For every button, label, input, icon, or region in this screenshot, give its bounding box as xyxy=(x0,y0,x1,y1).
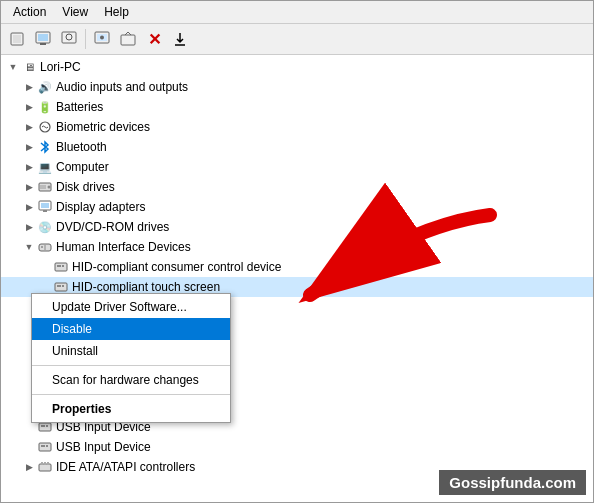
list-item[interactable]: ▼ Human Interface Devices xyxy=(1,237,593,257)
toolbar-btn4[interactable] xyxy=(90,27,114,51)
svg-rect-3 xyxy=(38,34,48,41)
biometric-label: Biometric devices xyxy=(56,120,150,134)
main-content: ▼ 🖥 Lori-PC ▶ 🔊 Audio inputs and outputs… xyxy=(1,55,593,502)
root-label: Lori-PC xyxy=(40,60,81,74)
batteries-icon: 🔋 xyxy=(37,99,53,115)
svg-rect-1 xyxy=(13,35,21,43)
context-sep2 xyxy=(32,394,230,395)
toolbar-back[interactable] xyxy=(5,27,29,51)
list-item[interactable]: ▶ Disk drives xyxy=(1,177,593,197)
context-menu: Update Driver Software... Disable Uninst… xyxy=(31,293,231,423)
svg-point-6 xyxy=(66,34,72,40)
hid-touch-label: HID-compliant touch screen xyxy=(72,280,220,294)
expand-batteries[interactable]: ▶ xyxy=(21,99,37,115)
svg-rect-36 xyxy=(44,462,46,465)
menu-action[interactable]: Action xyxy=(5,3,54,21)
svg-point-14 xyxy=(48,186,51,189)
expand-hid[interactable]: ▼ xyxy=(21,239,37,255)
svg-rect-37 xyxy=(47,462,49,465)
computer-icon: 🖥 xyxy=(21,59,37,75)
svg-rect-17 xyxy=(41,203,49,208)
list-item[interactable]: ▶ Bluetooth xyxy=(1,137,593,157)
list-item[interactable]: ▶ 💿 DVD/CD-ROM drives xyxy=(1,217,593,237)
toolbar-sep1 xyxy=(85,29,86,49)
hid-consumer-icon xyxy=(53,259,69,275)
expand-bluetooth[interactable]: ▶ xyxy=(21,139,37,155)
expand-biometric[interactable]: ▶ xyxy=(21,119,37,135)
expand-root[interactable]: ▼ xyxy=(5,59,21,75)
ide-label: IDE ATA/ATAPI controllers xyxy=(56,460,195,474)
audio-icon: 🔊 xyxy=(37,79,53,95)
toolbar-download[interactable] xyxy=(168,27,192,51)
context-update[interactable]: Update Driver Software... xyxy=(32,296,230,318)
svg-rect-18 xyxy=(43,210,47,212)
svg-rect-35 xyxy=(41,462,43,465)
svg-rect-29 xyxy=(41,425,45,427)
biometric-icon xyxy=(37,119,53,135)
computer-icon2: 💻 xyxy=(37,159,53,175)
ide-icon xyxy=(37,459,53,475)
display-label: Display adapters xyxy=(56,200,145,214)
dvd-icon: 💿 xyxy=(37,219,53,235)
context-disable[interactable]: Disable xyxy=(32,318,230,340)
expand-computer[interactable]: ▶ xyxy=(21,159,37,175)
expand-dvd[interactable]: ▶ xyxy=(21,219,37,235)
device-manager-window: Action View Help ✕ ▼ 🖥 xyxy=(0,0,594,503)
usb2-icon xyxy=(37,439,53,455)
svg-rect-10 xyxy=(121,35,135,45)
menu-help[interactable]: Help xyxy=(96,3,137,21)
svg-rect-32 xyxy=(41,445,45,447)
list-item[interactable]: ▶ 🔊 Audio inputs and outputs xyxy=(1,77,593,97)
menu-view[interactable]: View xyxy=(54,3,96,21)
disk-label: Disk drives xyxy=(56,180,115,194)
list-item[interactable]: ▶ 💻 Computer xyxy=(1,157,593,177)
svg-rect-4 xyxy=(40,43,46,45)
context-sep1 xyxy=(32,365,230,366)
disk-icon xyxy=(37,179,53,195)
svg-rect-15 xyxy=(40,185,46,189)
svg-rect-30 xyxy=(46,425,48,427)
expand-display[interactable]: ▶ xyxy=(21,199,37,215)
svg-point-21 xyxy=(41,246,43,248)
svg-rect-33 xyxy=(46,445,48,447)
bluetooth-icon xyxy=(37,139,53,155)
context-scan[interactable]: Scan for hardware changes xyxy=(32,369,230,391)
list-item[interactable]: USB Input Device xyxy=(1,437,593,457)
expand-audio[interactable]: ▶ xyxy=(21,79,37,95)
svg-rect-26 xyxy=(57,285,61,287)
tree-root[interactable]: ▼ 🖥 Lori-PC xyxy=(1,57,593,77)
audio-label: Audio inputs and outputs xyxy=(56,80,188,94)
svg-rect-34 xyxy=(39,464,51,471)
menubar: Action View Help xyxy=(1,1,593,24)
dvd-label: DVD/CD-ROM drives xyxy=(56,220,169,234)
toolbar-btn3[interactable] xyxy=(57,27,81,51)
batteries-label: Batteries xyxy=(56,100,103,114)
watermark: Gossipfunda.com xyxy=(439,470,586,495)
device-tree[interactable]: ▼ 🖥 Lori-PC ▶ 🔊 Audio inputs and outputs… xyxy=(1,55,593,502)
list-item[interactable]: ▶ Display adapters xyxy=(1,197,593,217)
hid-consumer-label: HID-compliant consumer control device xyxy=(72,260,281,274)
context-properties-header: Properties xyxy=(32,398,230,420)
svg-rect-27 xyxy=(62,285,64,287)
display-icon xyxy=(37,199,53,215)
svg-rect-24 xyxy=(62,265,64,267)
hid-icon xyxy=(37,239,53,255)
svg-point-9 xyxy=(100,36,104,40)
toolbar-btn2[interactable] xyxy=(31,27,55,51)
context-uninstall[interactable]: Uninstall xyxy=(32,340,230,362)
toolbar: ✕ xyxy=(1,24,593,55)
computer-label: Computer xyxy=(56,160,109,174)
bluetooth-label: Bluetooth xyxy=(56,140,107,154)
expand-ide[interactable]: ▶ xyxy=(21,459,37,475)
list-item[interactable]: ▶ Biometric devices xyxy=(1,117,593,137)
toolbar-btn5[interactable] xyxy=(116,27,140,51)
list-item[interactable]: ▶ 🔋 Batteries xyxy=(1,97,593,117)
expand-disk[interactable]: ▶ xyxy=(21,179,37,195)
toolbar-delete[interactable]: ✕ xyxy=(142,27,166,51)
list-item[interactable]: HID-compliant consumer control device xyxy=(1,257,593,277)
hid-label: Human Interface Devices xyxy=(56,240,191,254)
usb2-label: USB Input Device xyxy=(56,440,151,454)
svg-rect-23 xyxy=(57,265,61,267)
